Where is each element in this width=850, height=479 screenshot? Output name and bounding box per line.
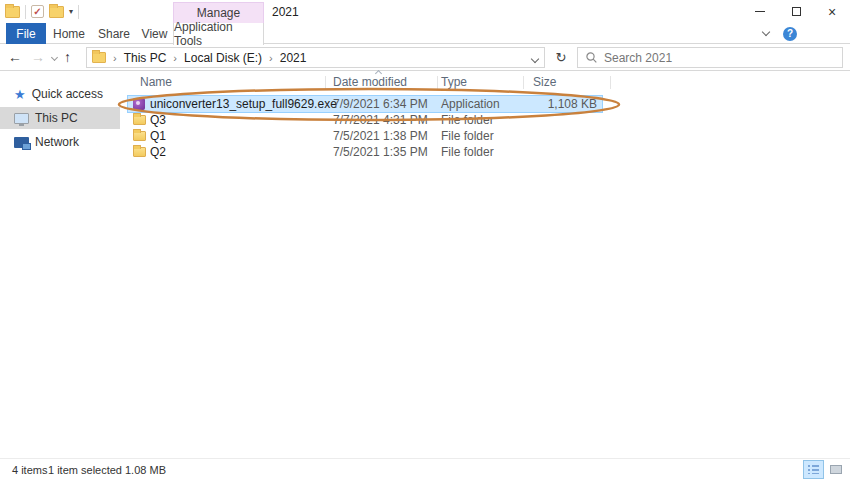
breadcrumb-2021[interactable]: 2021 <box>280 51 307 65</box>
details-view-icon <box>808 465 819 474</box>
address-folder-icon <box>92 52 106 63</box>
sidebar-item-label: This PC <box>35 111 78 125</box>
file-name: Q3 <box>150 112 166 128</box>
file-date-modified: 7/5/2021 1:38 PM <box>333 128 428 144</box>
column-divider[interactable] <box>610 76 611 89</box>
qat-separator <box>25 5 26 19</box>
refresh-button[interactable]: ↻ <box>551 49 571 67</box>
folder-row-q1[interactable]: Q1 7/5/2021 1:38 PM File folder <box>128 128 602 144</box>
address-dropdown-button[interactable] <box>532 56 538 62</box>
window-title: 2021 <box>272 5 299 19</box>
status-bar: 4 items 1 item selected 1.08 MB <box>0 458 850 479</box>
large-icons-view-icon <box>830 465 842 474</box>
window-folder-icon <box>5 6 20 18</box>
sidebar-item-this-pc[interactable]: This PC <box>0 107 120 129</box>
item-count: 4 items <box>12 464 47 476</box>
sidebar-item-quick-access[interactable]: ★ Quick access <box>0 83 120 105</box>
help-button[interactable]: ? <box>783 27 797 41</box>
close-button[interactable]: × <box>814 0 850 23</box>
file-size: 1,108 KB <box>523 96 597 112</box>
column-header-row: Name Date modified Type Size <box>128 75 618 90</box>
new-folder-button-icon[interactable] <box>49 6 64 18</box>
ribbon-collapse-button[interactable] <box>763 29 773 39</box>
sidebar-item-label: Network <box>35 135 79 149</box>
network-icon <box>14 137 29 148</box>
sidebar-item-label: Quick access <box>32 87 103 101</box>
column-header-name[interactable]: Name <box>140 75 172 89</box>
recent-locations-button[interactable] <box>52 55 57 60</box>
quick-access-star-icon: ★ <box>14 88 26 101</box>
column-header-type[interactable]: Type <box>441 75 467 89</box>
breadcrumb-local-disk-e[interactable]: Local Disk (E:) <box>184 51 262 65</box>
search-box[interactable] <box>577 47 843 68</box>
large-icons-view-button[interactable] <box>826 461 845 478</box>
file-type: File folder <box>441 112 494 128</box>
navigation-band: ← → ↑ › This PC › Local Disk (E:) › 2021… <box>0 44 850 71</box>
folder-icon <box>133 114 146 125</box>
file-name: Q2 <box>150 144 166 160</box>
folder-row-q3[interactable]: Q3 7/7/2021 4:31 PM File folder <box>128 112 602 128</box>
back-button[interactable]: ← <box>8 48 22 66</box>
folder-row-q2[interactable]: Q2 7/5/2021 1:35 PM File folder <box>128 144 602 160</box>
file-name: Q1 <box>150 128 166 144</box>
navigation-pane: ★ Quick access This PC Network <box>0 71 120 458</box>
search-icon <box>586 52 597 63</box>
breadcrumb-separator: › <box>173 52 177 64</box>
search-input[interactable] <box>604 51 814 65</box>
file-row-uniconverter-exe[interactable]: uniconverter13_setup_full9629.exe 7/9/20… <box>128 96 602 112</box>
maximize-icon <box>792 7 801 16</box>
forward-button[interactable]: → <box>31 48 45 66</box>
this-pc-monitor-icon <box>14 113 29 124</box>
breadcrumb-separator: › <box>269 52 273 64</box>
breadcrumb-this-pc[interactable]: This PC <box>124 51 167 65</box>
file-type: Application <box>441 96 500 112</box>
tab-share[interactable]: Share <box>92 23 136 44</box>
title-bar: ✓ ▾ Manage 2021 × <box>0 0 850 23</box>
folder-icon <box>133 146 146 157</box>
quick-access-toolbar: ✓ ▾ <box>5 3 79 20</box>
ribbon-tab-row: File Home Share View Application Tools ? <box>0 23 850 44</box>
column-divider[interactable] <box>325 76 326 89</box>
close-icon: × <box>828 5 836 19</box>
column-header-size[interactable]: Size <box>533 75 556 89</box>
window-controls: × <box>742 0 850 23</box>
selection-size: 1.08 MB <box>125 464 166 476</box>
minimize-icon <box>755 11 765 12</box>
address-bar[interactable]: › This PC › Local Disk (E:) › 2021 <box>86 47 545 68</box>
file-explorer-window: ✓ ▾ Manage 2021 × File Home Share View A… <box>0 0 850 479</box>
folder-icon <box>133 130 146 141</box>
up-button[interactable]: ↑ <box>64 48 71 66</box>
exe-installer-icon <box>133 98 145 110</box>
file-name: uniconverter13_setup_full9629.exe <box>150 96 337 112</box>
column-divider[interactable] <box>437 76 438 89</box>
file-type: File folder <box>441 128 494 144</box>
selection-summary: 1 item selected <box>48 464 122 476</box>
qat-separator <box>78 5 79 19</box>
view-toggles <box>804 461 845 478</box>
chevron-down-icon <box>762 28 770 36</box>
tab-application-tools[interactable]: Application Tools <box>173 23 264 45</box>
breadcrumb-separator: › <box>113 52 117 64</box>
column-header-date-modified[interactable]: Date modified <box>333 75 407 89</box>
qat-customize-caret-icon[interactable]: ▾ <box>69 7 73 17</box>
properties-button-icon[interactable]: ✓ <box>31 5 44 18</box>
file-list: uniconverter13_setup_full9629.exe 7/9/20… <box>128 96 618 160</box>
file-type: File folder <box>441 144 494 160</box>
tab-view[interactable]: View <box>136 23 173 44</box>
file-date-modified: 7/7/2021 4:31 PM <box>333 112 428 128</box>
tab-home[interactable]: Home <box>46 23 92 44</box>
chevron-down-icon <box>531 55 539 63</box>
details-view-button[interactable] <box>804 461 823 478</box>
column-divider[interactable] <box>523 76 524 89</box>
maximize-button[interactable] <box>778 0 814 23</box>
sidebar-item-network[interactable]: Network <box>0 131 120 153</box>
tab-file[interactable]: File <box>6 23 46 44</box>
minimize-button[interactable] <box>742 0 778 23</box>
file-date-modified: 7/5/2021 1:35 PM <box>333 144 428 160</box>
file-date-modified: 7/9/2021 6:34 PM <box>333 96 428 112</box>
chevron-down-icon <box>51 54 58 61</box>
